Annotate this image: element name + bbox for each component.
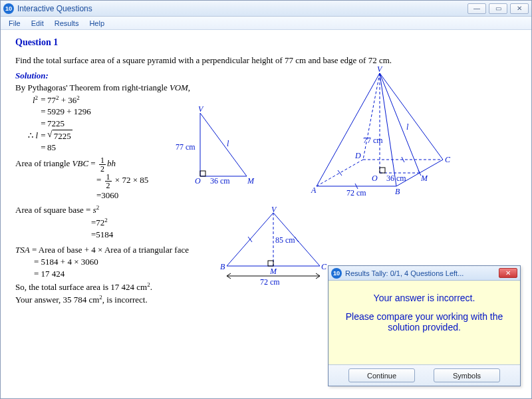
minimize-button[interactable]: — xyxy=(467,3,486,14)
question-title: Question 1 xyxy=(15,37,517,49)
svg-text:l: l xyxy=(406,122,409,132)
svg-text:85 cm: 85 cm xyxy=(275,235,295,245)
svg-text:77 cm: 77 cm xyxy=(363,136,383,145)
dialog-title: Results Tally: 0/1, 4 Questions Left... xyxy=(345,269,464,277)
svg-text:C: C xyxy=(321,262,327,271)
svg-text:C: C xyxy=(445,155,451,164)
svg-line-42 xyxy=(295,237,299,242)
svg-text:72 cm: 72 cm xyxy=(346,188,366,198)
dialog-message-1: Your answer is incorrect. xyxy=(338,293,511,303)
svg-text:72 cm: 72 cm xyxy=(260,277,280,287)
dialog-app-icon: 10 xyxy=(331,268,342,279)
svg-line-18 xyxy=(380,73,420,173)
diagram-face-vbc: V B C M 85 cm 72 cm xyxy=(213,209,346,293)
svg-text:V: V xyxy=(198,104,204,114)
svg-rect-39 xyxy=(268,261,273,266)
svg-text:A: A xyxy=(311,186,317,195)
svg-line-22 xyxy=(338,170,342,176)
dialog-close-button[interactable]: ✕ xyxy=(499,268,517,278)
svg-text:77 cm: 77 cm xyxy=(176,142,196,152)
svg-line-12 xyxy=(317,73,380,186)
svg-text:O: O xyxy=(195,176,201,186)
svg-text:B: B xyxy=(395,187,400,196)
svg-line-14 xyxy=(380,73,443,160)
menu-results[interactable]: Results xyxy=(49,18,84,29)
app-window: 10 Interactive Questions — ▭ ✕ File Edit… xyxy=(0,0,532,399)
svg-text:M: M xyxy=(247,176,255,186)
svg-text:l: l xyxy=(227,139,229,148)
dialog-titlebar[interactable]: 10 Results Tally: 0/1, 4 Questions Left.… xyxy=(329,266,520,281)
svg-text:O: O xyxy=(372,174,378,183)
maximize-button[interactable]: ▭ xyxy=(489,3,507,14)
svg-text:B: B xyxy=(220,262,225,271)
diagram-right-triangle-vom: V O M 77 cm l 36 cm xyxy=(184,106,263,190)
pythagoras-intro: By Pythagoras' Theorem from right-triang… xyxy=(15,82,190,92)
titlebar[interactable]: 10 Interactive Questions — ▭ ✕ xyxy=(1,1,531,17)
svg-line-13 xyxy=(380,73,396,186)
svg-rect-19 xyxy=(380,168,385,173)
symbols-button[interactable]: Symbols xyxy=(434,368,500,382)
svg-text:D: D xyxy=(354,151,361,160)
close-button[interactable]: ✕ xyxy=(510,3,529,14)
dialog-body: Your answer is incorrect. Please compare… xyxy=(329,281,520,346)
solution-label: Solution: xyxy=(15,70,49,80)
diagram-pyramid-3d: V A B C D O M 77 cm l 36 cm 72 cm xyxy=(297,66,463,203)
results-dialog: 10 Results Tally: 0/1, 4 Questions Left.… xyxy=(328,265,521,386)
svg-text:36 cm: 36 cm xyxy=(210,176,230,186)
svg-text:V: V xyxy=(377,65,383,74)
svg-text:M: M xyxy=(269,267,277,276)
window-controls: — ▭ ✕ xyxy=(467,3,529,14)
svg-rect-3 xyxy=(200,171,205,176)
svg-text:36 cm: 36 cm xyxy=(386,174,406,183)
app-icon: 10 xyxy=(3,3,14,14)
dialog-message-2: Please compare your working with the sol… xyxy=(338,311,511,332)
svg-line-15 xyxy=(363,73,380,160)
menu-edit[interactable]: Edit xyxy=(26,18,49,29)
window-title: Interactive Questions xyxy=(17,4,92,13)
menubar: File Edit Results Help xyxy=(1,17,531,30)
continue-button[interactable]: Continue xyxy=(348,368,415,382)
svg-text:M: M xyxy=(420,174,428,183)
menu-help[interactable]: Help xyxy=(84,18,110,29)
menu-file[interactable]: File xyxy=(3,18,26,29)
question-prompt: Find the total surface area of a square … xyxy=(15,55,517,66)
svg-line-2 xyxy=(200,113,247,176)
dialog-button-bar: Continue Symbols xyxy=(329,364,520,386)
